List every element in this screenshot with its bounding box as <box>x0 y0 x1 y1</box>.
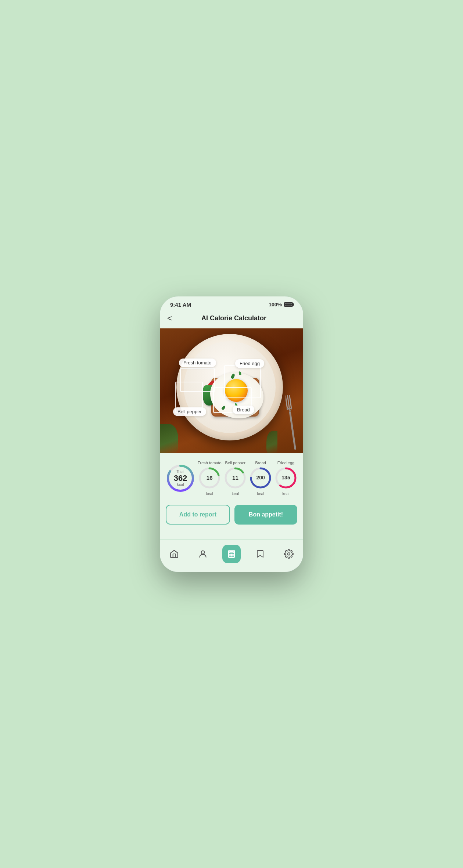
status-right: 100% <box>269 302 293 307</box>
nav-item-settings[interactable] <box>280 545 298 563</box>
plant-decoration-right <box>266 431 277 453</box>
pepper-calories-value: 11 <box>232 475 238 481</box>
gear-icon <box>284 549 294 559</box>
bottom-navigation <box>160 539 303 572</box>
svg-rect-18 <box>230 551 233 553</box>
page-title: AI Calorie Calculator <box>172 314 296 322</box>
tomato-calories-value: 16 <box>207 475 213 481</box>
status-bar: 9:41 AM 100% <box>160 296 303 311</box>
bread-calorie: Bread 200 kcal <box>249 461 272 496</box>
total-calorie-display: Total 362 kcal <box>166 464 195 493</box>
add-to-report-button[interactable]: Add to report <box>166 505 230 525</box>
svg-point-24 <box>233 555 233 556</box>
back-button[interactable]: < <box>167 314 172 323</box>
time-display: 9:41 AM <box>170 302 191 308</box>
svg-rect-1 <box>289 409 291 411</box>
svg-point-22 <box>230 555 230 556</box>
food-image-area: Fresh tomato Fried egg Bell pepper Bread <box>160 328 303 453</box>
profile-icon <box>198 549 208 559</box>
svg-point-23 <box>231 555 232 556</box>
plant-decoration-left <box>160 424 178 453</box>
header: < AI Calorie Calculator <box>160 311 303 328</box>
svg-point-20 <box>231 554 232 555</box>
nav-item-calculator[interactable] <box>222 545 241 563</box>
nav-item-home[interactable] <box>165 545 183 563</box>
bookmark-icon <box>256 549 265 559</box>
home-icon <box>169 549 179 559</box>
egg-yolk-food-item <box>225 379 248 402</box>
bread-calories-value: 200 <box>256 475 265 480</box>
battery-percent: 100% <box>269 302 282 307</box>
battery-icon <box>284 302 293 307</box>
svg-point-21 <box>233 554 233 555</box>
total-calories-value: 362 <box>174 473 187 482</box>
svg-point-19 <box>230 554 230 555</box>
herb-decoration-2 <box>238 371 241 375</box>
phone-frame: 9:41 AM 100% < AI Calorie Calculator <box>160 296 303 572</box>
svg-point-25 <box>288 552 290 555</box>
content-area: Total 362 kcal Fresh tomato 16 kcal <box>160 453 303 539</box>
fresh-tomato-calorie: Fresh tomato 16 kcal <box>198 461 222 496</box>
egg-calories-value: 135 <box>281 475 290 480</box>
calorie-row: Total 362 kcal Fresh tomato 16 kcal <box>166 461 297 496</box>
calculator-icon <box>227 550 236 558</box>
svg-rect-0 <box>289 411 297 450</box>
nav-item-bookmark[interactable] <box>251 545 269 563</box>
nav-item-profile[interactable] <box>194 545 212 563</box>
action-buttons: Add to report Bon appetit! <box>166 505 297 525</box>
fork-icon <box>286 391 297 451</box>
plate-outer <box>176 334 283 440</box>
fried-egg-calorie: Fried egg 135 kcal <box>274 461 297 496</box>
bell-pepper-calorie: Bell pepper 11 kcal <box>224 461 247 496</box>
plate-inner <box>184 341 276 433</box>
svg-point-16 <box>201 551 205 554</box>
bon-appetit-button[interactable]: Bon appetit! <box>234 505 297 525</box>
